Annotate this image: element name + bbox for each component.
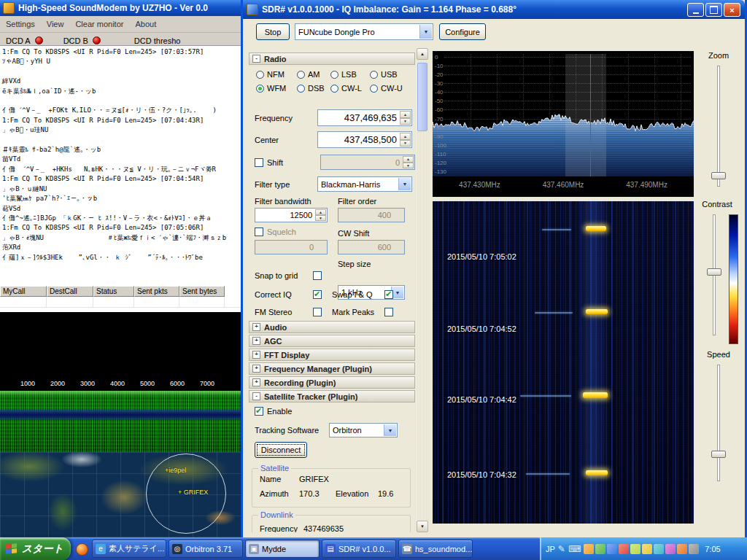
expand-icon[interactable]: + — [252, 337, 260, 345]
configure-button[interactable]: Configure — [439, 23, 486, 40]
correct-iq-checkbox[interactable] — [313, 290, 322, 299]
taskbar-button-sdr-v1-0-0-[interactable]: ▤SDR# v1.0.0... — [322, 540, 396, 558]
start-button[interactable]: スタート — [0, 537, 71, 560]
language-indicator[interactable]: JP — [546, 545, 555, 553]
monitor-log[interactable]: 1:Fm CQ To KD8SPS <UI R Pid=F0 Len=245> … — [0, 45, 246, 288]
soundmodem-titlebar[interactable]: High-Speed SoundModem by UZ7HO - Ver 0.0 — [0, 0, 244, 16]
tracking-software-select[interactable]: Orbitron ▼ — [329, 423, 398, 438]
speed-slider[interactable] — [711, 365, 726, 481]
panel-scrollbar[interactable]: ▲ ▼ — [417, 48, 428, 532]
spin-up-icon[interactable]: ▲ — [400, 133, 411, 140]
tuning-line[interactable] — [590, 54, 591, 176]
zoom-slider[interactable] — [711, 66, 726, 187]
tray-icon-9[interactable] — [677, 544, 687, 554]
squelch-checkbox[interactable] — [255, 228, 263, 236]
expand-icon[interactable]: + — [252, 378, 260, 386]
radio-circle[interactable] — [256, 85, 264, 93]
tray-icon-8[interactable] — [665, 544, 676, 554]
mode-radio-usb[interactable]: USB — [370, 70, 409, 79]
mode-radio-am[interactable]: AM — [297, 70, 330, 79]
section-header-fft-display[interactable]: +FFT Display — [249, 349, 415, 361]
sdrsharp-titlebar[interactable]: SDR# v1.0.0.1000 - IQ Imbalance: Gain = … — [243, 0, 745, 19]
mode-radio-cw-u[interactable]: CW-U — [370, 84, 409, 93]
table-header-cell[interactable]: DestCall — [47, 286, 93, 297]
collapse-icon[interactable]: - — [252, 392, 260, 400]
tray-icon-3[interactable] — [607, 544, 617, 554]
spectrum-display[interactable]: 0-10-20-30-40-50-60-70-80-90-100-110-120… — [433, 51, 694, 197]
tray-icon-10[interactable] — [689, 544, 699, 554]
minimize-button[interactable] — [687, 3, 704, 17]
chevron-down-icon[interactable]: ▼ — [384, 424, 396, 436]
speed-slider-thumb[interactable] — [711, 451, 726, 458]
table-header-cell[interactable]: Status — [93, 286, 134, 297]
taskbar-button-hs-soundmod-[interactable]: ☎hs_soundmod... — [398, 540, 473, 558]
spin-down-icon[interactable]: ▼ — [400, 118, 411, 125]
radio-circle[interactable] — [297, 71, 305, 79]
filter-bandwidth-input[interactable]: 12500 ▲▼ — [255, 208, 328, 222]
spin-up-icon[interactable]: ▲ — [400, 111, 411, 118]
radio-circle[interactable] — [370, 71, 378, 79]
mode-radio-dsb[interactable]: DSB — [297, 84, 330, 93]
table-row[interactable] — [0, 297, 244, 308]
menu-item-clear-monitor[interactable]: Clear monitor — [75, 20, 123, 28]
spin-down-icon[interactable]: ▼ — [400, 140, 411, 147]
table-header-cell[interactable]: Sent pkts — [134, 286, 179, 297]
scroll-up-icon[interactable]: ▲ — [417, 48, 428, 60]
close-button[interactable]: × — [724, 3, 740, 17]
zoom-slider-thumb[interactable] — [711, 172, 726, 179]
swap-iq-checkbox[interactable] — [384, 290, 393, 299]
tray-icon-4[interactable] — [619, 544, 629, 554]
scrollbar-thumb[interactable] — [417, 63, 427, 131]
radio-circle[interactable] — [330, 71, 338, 79]
expand-icon[interactable]: + — [252, 323, 260, 331]
enable-checkbox[interactable] — [255, 407, 263, 416]
radio-circle[interactable] — [297, 85, 305, 93]
contrast-slider[interactable] — [707, 214, 721, 335]
taskbar-button-mydde[interactable]: ▣Mydde — [245, 540, 320, 558]
table-header-cell[interactable]: MyCall — [0, 286, 47, 297]
menu-item-about[interactable]: About — [135, 20, 156, 28]
expand-icon[interactable]: + — [252, 365, 260, 373]
section-header-frequency-manager-plugin-[interactable]: +Frequency Manager (Plugin) — [249, 362, 415, 375]
tray-icon-7[interactable] — [654, 544, 664, 554]
pen-input-icon[interactable]: ✎ — [558, 544, 565, 554]
tray-icon-5[interactable] — [630, 544, 640, 554]
collapse-icon[interactable]: - — [252, 55, 260, 63]
scroll-down-icon[interactable]: ▼ — [417, 521, 428, 532]
device-select[interactable]: FUNcube Dongle Pro ▼ — [295, 23, 433, 40]
tray-icon-2[interactable] — [595, 544, 605, 554]
mode-radio-cw-l[interactable]: CW-L — [330, 84, 370, 93]
filter-bandwidth-overlay[interactable] — [565, 54, 606, 176]
taskbar-button--[interactable]: e素人サテライ... — [92, 540, 166, 558]
menu-item-settings[interactable]: Settings — [6, 20, 35, 28]
quick-launch-icon[interactable] — [76, 543, 88, 556]
maximize-button[interactable] — [705, 3, 722, 17]
section-header-radio[interactable]: - Radio — [249, 52, 415, 65]
waterfall-display[interactable]: 2015/05/10 7:05:022015/05/10 7:04:522015… — [433, 201, 694, 524]
section-header-satellite-tracker[interactable]: - Satellite Tracker (Plugin) — [249, 390, 415, 402]
center-input[interactable]: 437,458,500 ▲▼ — [317, 131, 412, 148]
keyboard-icon[interactable]: ⌨ — [568, 544, 581, 554]
filter-type-select[interactable]: Blackman-Harris ▼ — [317, 176, 412, 192]
disconnect-button[interactable]: Disconnect — [255, 442, 307, 458]
section-header-audio[interactable]: +Audio — [249, 321, 415, 333]
taskbar-button-orbitron-3-71[interactable]: ◎Orbitron 3.71 — [169, 540, 243, 558]
satellite-map[interactable]: +ie9pel + GRIFEX — [0, 452, 244, 537]
snap-checkbox[interactable] — [313, 271, 322, 280]
mode-radio-wfm[interactable]: WFM — [256, 84, 297, 93]
stop-button[interactable]: Stop — [256, 23, 290, 40]
section-header-agc[interactable]: +AGC — [249, 335, 415, 347]
radio-circle[interactable] — [256, 71, 264, 79]
tray-icon-6[interactable] — [642, 544, 652, 554]
frequency-input[interactable]: 437,469,635 ▲▼ — [317, 109, 412, 126]
mode-radio-nfm[interactable]: NFM — [256, 70, 297, 79]
radio-circle[interactable] — [370, 85, 378, 93]
mark-peaks-checkbox[interactable] — [384, 308, 393, 316]
tray-icon-1[interactable] — [584, 544, 594, 554]
chevron-down-icon[interactable]: ▼ — [419, 25, 432, 39]
chevron-down-icon[interactable]: ▼ — [398, 178, 411, 190]
contrast-slider-thumb[interactable] — [707, 268, 721, 276]
section-header-recording-plugin-[interactable]: +Recording (Plugin) — [249, 376, 415, 389]
table-header-cell[interactable]: Sent bytes — [179, 286, 225, 297]
menu-item-view[interactable]: View — [47, 20, 64, 28]
